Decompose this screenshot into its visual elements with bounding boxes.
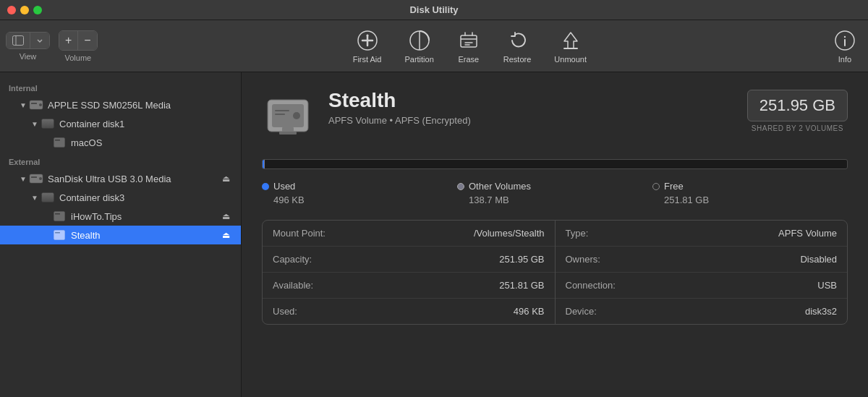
other-dot <box>457 183 464 190</box>
maximize-button[interactable] <box>33 6 42 14</box>
erase-button[interactable]: Erase <box>451 26 486 67</box>
unmount-button[interactable]: Unmount <box>548 26 592 67</box>
sidebar-item-sandisk[interactable]: ▼ SanDisk Ultra USB 3.0 Media ⏏ <box>0 169 241 188</box>
volume-header: Stealth APFS Volume • APFS (Encrypted) 2… <box>262 90 848 142</box>
sidebar-item-stealth[interactable]: Stealth ⏏ <box>0 226 241 244</box>
info-row-device: Device: disk3s2 <box>556 299 848 324</box>
svg-rect-23 <box>54 231 65 240</box>
mount-point-val: /Volumes/Stealth <box>474 228 545 239</box>
title-bar: Disk Utility <box>0 0 868 20</box>
available-val: 251.81 GB <box>499 280 544 291</box>
storage-legend: Used 496 KB Other Volumes 138.7 MB Free <box>262 181 848 205</box>
sidebar-toggle-button[interactable] <box>7 33 30 48</box>
volume-size-value: 251.95 GB <box>747 90 848 121</box>
sidebar-item-apple-ssd[interactable]: ▼ APPLE SSD SM0256L Media <box>0 95 241 114</box>
svg-point-9 <box>844 35 846 37</box>
info-row-available: Available: 251.81 GB <box>263 273 555 299</box>
sidebar-item-container-disk3[interactable]: ▼ Container disk3 <box>0 188 241 207</box>
partition-button[interactable]: Partition <box>399 26 439 67</box>
unmount-label: Unmount <box>554 55 587 64</box>
capacity-val: 251.95 GB <box>499 254 544 265</box>
owners-key: Owners: <box>566 254 600 265</box>
connection-key: Connection: <box>566 280 616 291</box>
sidebar: Internal ▼ APPLE SSD SM0256L Media ▼ <box>0 72 242 397</box>
info-column-left: Mount Point: /Volumes/Stealth Capacity: … <box>263 221 555 324</box>
main-layout: Internal ▼ APPLE SSD SM0256L Media ▼ <box>0 72 868 397</box>
svg-point-13 <box>39 103 42 106</box>
add-volume-button[interactable]: + <box>59 31 77 50</box>
available-key: Available: <box>273 280 313 291</box>
mount-point-key: Mount Point: <box>273 228 326 239</box>
restore-icon <box>506 29 529 52</box>
view-label: View <box>20 52 37 61</box>
sidebar-item-label: Container disk3 <box>59 192 235 203</box>
info-icon <box>833 29 856 52</box>
eject-icon[interactable]: ⏏ <box>219 172 232 185</box>
svg-rect-20 <box>42 193 54 202</box>
sidebar-item-macos[interactable]: macOS <box>0 133 241 152</box>
used-val: 496 KB <box>514 306 545 317</box>
volume-icon <box>52 209 67 223</box>
svg-rect-30 <box>275 110 289 111</box>
svg-rect-24 <box>55 232 60 234</box>
svg-rect-15 <box>54 138 65 148</box>
svg-rect-18 <box>31 176 37 178</box>
legend-free: Free 251.81 GB <box>652 181 848 205</box>
free-dot <box>652 183 660 190</box>
eject-icon[interactable]: ⏏ <box>219 210 232 223</box>
content-area: Stealth APFS Volume • APFS (Encrypted) 2… <box>242 72 868 397</box>
volume-icon-large <box>262 90 314 142</box>
legend-other: Other Volumes 138.7 MB <box>457 181 652 205</box>
volume-icon <box>52 228 67 242</box>
legend-free-label: Free <box>664 181 684 192</box>
container-icon <box>41 190 55 205</box>
connection-val: USB <box>817 280 837 291</box>
svg-point-3 <box>366 34 368 36</box>
legend-free-header: Free <box>652 181 684 192</box>
restore-label: Restore <box>503 55 532 64</box>
info-label: Info <box>838 55 851 64</box>
partition-label: Partition <box>404 55 433 64</box>
svg-rect-22 <box>55 213 60 215</box>
info-column-right: Type: APFS Volume Owners: Disabled Conne… <box>555 221 848 324</box>
svg-point-19 <box>39 177 42 180</box>
info-button[interactable]: Info <box>827 26 862 67</box>
info-row-capacity: Capacity: 251.95 GB <box>263 247 555 273</box>
info-row-connection: Connection: USB <box>556 273 848 299</box>
erase-label: Erase <box>458 55 479 64</box>
view-chevron-button[interactable] <box>30 33 49 48</box>
traffic-lights <box>7 6 42 14</box>
type-val: APFS Volume <box>778 228 837 239</box>
volume-info: Stealth APFS Volume • APFS (Encrypted) <box>328 90 747 126</box>
restore-button[interactable]: Restore <box>498 26 537 67</box>
svg-point-32 <box>293 112 300 119</box>
disk-icon <box>29 98 43 112</box>
sidebar-item-label: iHowTo.Tips <box>71 211 219 222</box>
sidebar-item-ihowto[interactable]: iHowTo.Tips ⏏ <box>0 207 241 226</box>
unmount-icon <box>559 29 582 52</box>
legend-used-value: 496 KB <box>273 195 305 205</box>
legend-other-label: Other Volumes <box>469 181 531 192</box>
chevron-icon: ▼ <box>17 101 29 109</box>
minimize-button[interactable] <box>20 6 29 14</box>
external-section-label: External <box>0 152 241 169</box>
sidebar-item-container-disk1[interactable]: ▼ Container disk1 <box>0 114 241 133</box>
info-row-mount-point: Mount Point: /Volumes/Stealth <box>263 221 555 247</box>
storage-bar-free <box>264 160 847 168</box>
container-icon <box>41 116 55 131</box>
toolbar-volume-section: + − Volume <box>59 30 98 62</box>
window-title: Disk Utility <box>409 4 458 15</box>
svg-rect-31 <box>275 114 285 115</box>
close-button[interactable] <box>7 6 16 14</box>
eject-icon[interactable]: ⏏ <box>219 229 232 242</box>
first-aid-button[interactable]: First Aid <box>347 26 388 67</box>
info-row-type: Type: APFS Volume <box>556 221 848 247</box>
info-row-owners: Owners: Disabled <box>556 247 848 273</box>
legend-other-header: Other Volumes <box>457 181 531 192</box>
volume-icon <box>52 135 67 150</box>
disk-icon <box>29 171 43 186</box>
used-dot <box>262 183 269 190</box>
remove-volume-button[interactable]: − <box>77 31 96 50</box>
legend-other-value: 138.7 MB <box>469 195 509 205</box>
sidebar-item-label: Container disk1 <box>59 119 235 129</box>
